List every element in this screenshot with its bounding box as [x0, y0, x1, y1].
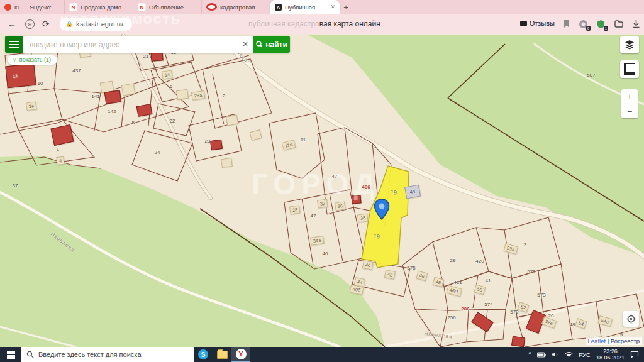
parcel-label: 32 — [317, 199, 328, 208]
speech-bubble-icon — [520, 21, 527, 26]
taskbar-skype-icon[interactable]: S — [194, 347, 213, 362]
building — [176, 89, 189, 100]
page-title-overlay: публичная кадастровая карта онлайн — [248, 19, 380, 28]
parcel-label: 206 — [461, 306, 469, 312]
parcel-label: 19 — [390, 189, 397, 195]
zoom-out-button[interactable]: − — [621, 104, 638, 118]
tab-prodazha-domov[interactable]: N Продажа домов, коттедж — [65, 0, 133, 14]
download-icon[interactable] — [632, 19, 640, 28]
taskbar-search-box[interactable]: Введите здесь текст для поиска — [21, 347, 194, 362]
taskbar-clock[interactable]: 23:26 18.06.2021 — [596, 348, 625, 361]
search-icon — [256, 41, 263, 48]
reload-icon[interactable]: ⟳ — [42, 19, 50, 29]
tab-yandex-search[interactable]: к1 — Яндекс: нашлось 27 — [0, 0, 65, 14]
parcel-label: 42 — [384, 270, 396, 280]
menu-button[interactable] — [5, 36, 23, 53]
map-attribution: Leaflet | Росреестр — [586, 337, 642, 345]
extension-icon-1[interactable]: 0 — [579, 19, 588, 29]
back-icon[interactable]: ← — [8, 19, 16, 29]
parcel-label: 44 — [404, 185, 421, 199]
gear-icon — [626, 314, 636, 324]
windows-logo-icon — [7, 351, 15, 359]
parcel-label: 5 — [132, 120, 135, 126]
action-center-icon[interactable] — [630, 351, 639, 358]
taskbar-yandex-browser-icon[interactable]: Y — [231, 347, 250, 362]
windows-taskbar: Введите здесь текст для поиска S Y ^ РУС… — [0, 347, 644, 362]
building — [351, 195, 361, 204]
speaker-icon[interactable] — [552, 351, 559, 358]
tab-label: Объявление №73188830 — [149, 4, 197, 11]
zoom-in-button[interactable]: + — [621, 89, 638, 104]
parcel-label: 37 — [13, 183, 18, 189]
parcel-label: 2 — [223, 93, 225, 99]
n1-favicon: N — [138, 3, 146, 11]
start-button[interactable] — [0, 347, 21, 362]
parcel-label: 21 — [143, 53, 149, 59]
parcel-label: 13 — [13, 74, 18, 79]
collections-icon[interactable] — [614, 19, 624, 28]
parcel-label: 47 — [311, 213, 316, 219]
parcel-label: 575 — [407, 265, 415, 271]
tab-label: к1 — Яндекс: нашлось 27 — [14, 4, 60, 11]
building — [104, 90, 121, 104]
clear-search-icon[interactable]: ✕ — [237, 36, 253, 53]
layers-button[interactable] — [620, 36, 639, 53]
taskbar-explorer-icon[interactable] — [213, 347, 231, 362]
measure-area-button[interactable] — [620, 60, 639, 78]
yandex-circle-icon[interactable]: Я — [25, 19, 35, 29]
screen: к1 — Яндекс: нашлось 27 N Продажа домов,… — [0, 0, 644, 362]
building — [221, 158, 233, 168]
browser-toolbar: ← Я ⟳ 🔒 kadastr-egrn.ru публичная кадаст… — [0, 14, 644, 34]
url-text: kadastr-egrn.ru — [76, 20, 123, 28]
map-pin[interactable] — [374, 199, 390, 220]
parcel-label: 574 — [484, 302, 492, 307]
rosreestr-label: Росреестр — [611, 337, 640, 344]
browser-tab-strip: к1 — Яндекс: нашлось 27 N Продажа домов,… — [0, 0, 644, 14]
language-indicator[interactable]: РУС — [579, 351, 591, 358]
tab-kadastrovaya-karta[interactable]: кадастровая карта новос — [202, 0, 270, 14]
tab-obyavlenie[interactable]: N Объявление №73188830 — [133, 0, 202, 14]
area-icon — [624, 63, 635, 75]
parcel-label: 406 — [362, 184, 370, 190]
ring-favicon — [206, 3, 217, 11]
battery-icon[interactable] — [537, 352, 546, 358]
extension-icon-2[interactable]: 1 — [596, 19, 606, 29]
map-search-bar: ✕ найти — [5, 36, 290, 53]
parcel-label: 4 — [56, 156, 64, 165]
address-bar[interactable]: 🔒 kadastr-egrn.ru — [60, 18, 132, 31]
parcel-label: 256 — [447, 315, 455, 321]
show-results-button[interactable]: ∨ показать (1) — [8, 55, 57, 65]
parcel-label: 573 — [537, 292, 545, 298]
reviews-button[interactable]: Отзывы — [520, 19, 555, 28]
tray-chevron-icon[interactable]: ^ — [528, 351, 531, 358]
parcel-label: 19 — [373, 233, 380, 239]
layers-icon — [625, 40, 635, 50]
building — [5, 63, 36, 89]
parcel-label: 437 — [72, 68, 80, 74]
tab-label: Публичная кадастрова — [285, 4, 325, 11]
parcel-label: 47 — [332, 173, 338, 179]
extension-badge: 1 — [604, 26, 608, 31]
system-tray: ^ РУС 23:26 18.06.2021 — [528, 348, 644, 361]
tab-label: кадастровая карта новос — [220, 4, 265, 11]
tab-publichnaya-kadastrovaya-active[interactable]: А Публичная кадастрова ✕ — [270, 0, 340, 14]
toolbar-right-icons: Отзывы 0 1 — [520, 14, 640, 34]
building — [511, 336, 525, 347]
settings-button[interactable] — [623, 311, 639, 327]
tab-close-icon[interactable]: ✕ — [330, 4, 335, 10]
parcel-label: 142 — [108, 109, 116, 114]
find-button[interactable]: найти — [253, 36, 290, 53]
wifi-icon[interactable] — [565, 351, 573, 358]
search-input[interactable] — [23, 36, 237, 53]
parcel-label: 421 — [453, 280, 462, 285]
building — [121, 83, 136, 96]
parcel-label: 22 — [170, 118, 175, 124]
extension-badge: 0 — [586, 26, 591, 31]
bookmark-icon[interactable] — [563, 19, 570, 28]
new-tab-button[interactable]: + — [340, 0, 352, 14]
parcel-label: 29 — [450, 258, 456, 263]
parcel-label: 36 — [335, 201, 346, 211]
search-icon — [26, 351, 34, 358]
cadastral-map[interactable]: 43710132а1411425211214628а22223241437111… — [0, 34, 644, 347]
leaflet-link[interactable]: Leaflet — [588, 337, 606, 344]
